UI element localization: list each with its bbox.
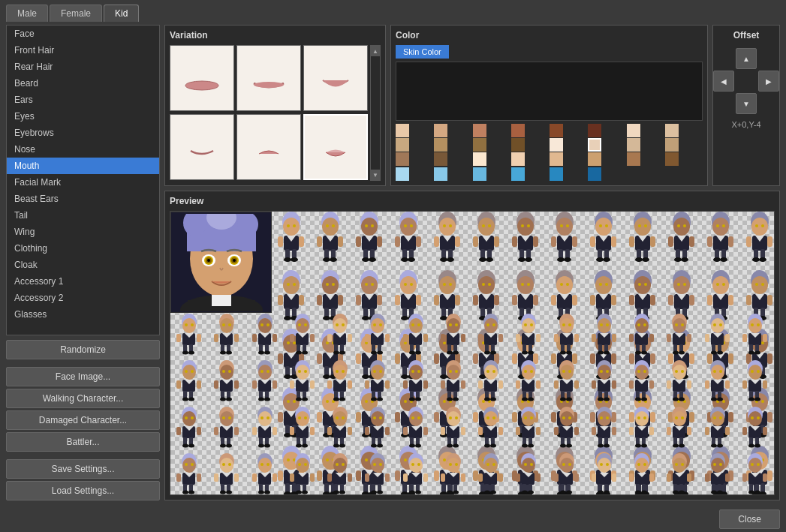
color-swatch-22[interactable] xyxy=(627,152,640,166)
color-swatch-16[interactable] xyxy=(396,152,409,166)
svg-point-750 xyxy=(228,323,231,326)
color-swatch-8[interactable] xyxy=(396,138,409,152)
sidebar-item-accessory2[interactable]: Accessory 2 xyxy=(7,290,159,306)
color-swatch-27[interactable] xyxy=(511,167,525,181)
tab-male[interactable]: Male xyxy=(6,5,48,22)
svg-point-821 xyxy=(453,351,459,355)
sidebar-item-cloak[interactable]: Cloak xyxy=(7,257,159,273)
color-swatch-20[interactable] xyxy=(550,152,563,166)
variation-scroll-up[interactable]: ▲ xyxy=(371,46,380,56)
lower-sprite-1-13 xyxy=(661,359,698,406)
save-settings-button[interactable]: Save Settings... xyxy=(6,459,160,479)
color-swatch-18[interactable] xyxy=(473,152,486,166)
color-swatch-26[interactable] xyxy=(473,167,486,181)
color-swatch-2[interactable] xyxy=(473,124,486,137)
svg-point-1386 xyxy=(598,458,611,473)
color-swatch-0[interactable] xyxy=(396,124,409,137)
sidebar-item-accessory1[interactable]: Accessory 1 xyxy=(7,273,159,290)
color-swatch-7[interactable] xyxy=(665,124,679,137)
svg-rect-1064 xyxy=(667,380,671,389)
variation-cell-1[interactable] xyxy=(236,45,301,111)
sidebar-item-ears[interactable]: Ears xyxy=(7,92,159,108)
sidebar-item-wing[interactable]: Wing xyxy=(7,224,159,240)
svg-point-198 xyxy=(400,276,417,294)
svg-point-1045 xyxy=(635,365,649,380)
damaged-character-button[interactable]: Damaged Character... xyxy=(6,410,160,430)
svg-rect-261 xyxy=(590,295,595,305)
svg-point-744 xyxy=(188,351,194,355)
variation-scroll-down[interactable]: ▼ xyxy=(371,170,380,180)
variation-cell-5[interactable] xyxy=(303,114,368,180)
color-swatch-19[interactable] xyxy=(511,152,525,166)
svg-point-123 xyxy=(644,224,647,227)
variation-cell-4[interactable] xyxy=(236,114,301,180)
sidebar-item-eyes[interactable]: Eyes xyxy=(7,108,159,125)
color-swatch-15[interactable] xyxy=(665,138,679,152)
close-button[interactable]: Close xyxy=(719,509,780,529)
sidebar-item-eyebrows[interactable]: Eyebrows xyxy=(7,125,159,141)
svg-point-924 xyxy=(220,365,233,380)
svg-rect-1020 xyxy=(516,380,520,389)
color-swatch-1[interactable] xyxy=(434,124,447,137)
sidebar-item-facial-mark[interactable]: Facial Mark xyxy=(7,174,159,191)
color-swatch-24[interactable] xyxy=(396,167,409,181)
randomize-button[interactable]: Randomize xyxy=(6,340,160,359)
svg-rect-1384 xyxy=(574,473,579,482)
svg-rect-195 xyxy=(356,295,361,305)
bottom-bar: Close xyxy=(0,506,786,532)
variation-cell-3[interactable] xyxy=(170,114,234,180)
arrow-up-button[interactable]: ▲ xyxy=(736,48,757,69)
arrow-left-button[interactable]: ◀ xyxy=(713,71,734,92)
sidebar-item-beast-ears[interactable]: Beast Ears xyxy=(7,191,159,207)
color-swatch-6[interactable] xyxy=(627,124,640,137)
color-swatch-9[interactable] xyxy=(434,138,447,152)
svg-rect-306 xyxy=(767,295,772,305)
sidebar-item-mouth[interactable]: Mouth xyxy=(7,158,159,174)
color-swatch-25[interactable] xyxy=(434,167,447,181)
arrow-right-button[interactable]: ▶ xyxy=(758,71,779,92)
color-swatch-4[interactable] xyxy=(550,124,563,137)
svg-point-826 xyxy=(486,323,489,326)
sidebar-item-glasses[interactable]: Glasses xyxy=(7,306,159,323)
skin-color-button[interactable]: Skin Color xyxy=(396,45,449,59)
sidebar-item-face[interactable]: Face xyxy=(7,26,159,42)
svg-point-1256 xyxy=(757,416,760,419)
svg-rect-943 xyxy=(252,380,257,389)
svg-point-1029 xyxy=(560,398,566,401)
color-swatch-3[interactable] xyxy=(511,124,525,137)
color-swatch-12[interactable] xyxy=(550,138,563,152)
svg-point-792 xyxy=(371,318,384,333)
sidebar-item-tail[interactable]: Tail xyxy=(7,207,159,224)
color-swatch-21[interactable] xyxy=(588,152,601,166)
svg-point-1365 xyxy=(524,463,527,466)
sidebar-item-front-hair[interactable]: Front Hair xyxy=(7,42,159,59)
variation-cell-2[interactable] xyxy=(303,45,368,111)
tab-female[interactable]: Female xyxy=(50,5,102,22)
svg-point-1113 xyxy=(267,416,270,419)
face-image-button[interactable]: Face Image... xyxy=(6,367,160,386)
sidebar-item-beard[interactable]: Beard xyxy=(7,75,159,92)
color-swatch-23[interactable] xyxy=(665,152,679,166)
color-swatch-10[interactable] xyxy=(473,138,486,152)
svg-point-931 xyxy=(226,398,232,401)
variation-cell-0[interactable] xyxy=(170,45,234,111)
color-swatch-29[interactable] xyxy=(588,167,601,181)
load-settings-button[interactable]: Load Settings... xyxy=(6,481,160,500)
tab-kid[interactable]: Kid xyxy=(104,5,139,22)
color-swatch-17[interactable] xyxy=(434,152,447,166)
color-swatch-11[interactable] xyxy=(511,138,525,152)
lower-sprite-0-6 xyxy=(397,313,435,359)
arrow-down-button[interactable]: ▼ xyxy=(736,93,757,114)
sidebar-item-clothing[interactable]: Clothing xyxy=(7,240,159,257)
walking-character-button[interactable]: Walking Character... xyxy=(6,389,160,408)
svg-point-1085 xyxy=(754,398,760,401)
color-swatch-28[interactable] xyxy=(550,167,563,181)
battler-button[interactable]: Battler... xyxy=(6,432,160,452)
color-swatch-14[interactable] xyxy=(627,138,640,152)
sidebar-item-rear-hair[interactable]: Rear Hair xyxy=(7,59,159,75)
sidebar-item-nose[interactable]: Nose xyxy=(7,141,159,158)
color-swatch-13[interactable] xyxy=(588,138,601,152)
lower-sprite-0-9 xyxy=(510,313,547,359)
svg-point-1145 xyxy=(373,416,376,419)
color-swatch-5[interactable] xyxy=(588,124,601,137)
